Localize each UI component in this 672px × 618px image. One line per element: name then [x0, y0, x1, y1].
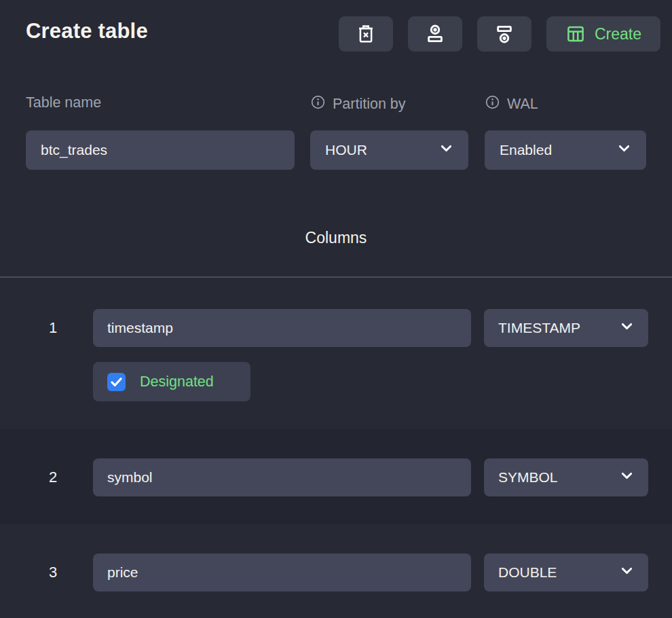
add-column-top-button[interactable]	[408, 16, 462, 52]
add-row-bottom-icon	[494, 24, 515, 44]
designated-toggle[interactable]: Designated	[93, 362, 250, 401]
row-index: 2	[38, 458, 68, 496]
partition-by-value: HOUR	[325, 142, 367, 158]
wal-label: WAL	[485, 94, 538, 114]
toolbar: Create	[339, 16, 660, 52]
column-type-select[interactable]: TIMESTAMP	[484, 309, 648, 347]
delete-table-button[interactable]	[339, 16, 393, 52]
chevron-down-icon	[620, 564, 634, 581]
create-button-label: Create	[595, 25, 641, 43]
table-icon	[565, 24, 586, 44]
add-row-top-icon	[425, 24, 445, 44]
column-type-value: DOUBLE	[498, 564, 557, 581]
info-icon[interactable]	[310, 94, 326, 114]
column-row-3: 3 DOUBLE	[0, 524, 672, 618]
column-type-select[interactable]: SYMBOL	[484, 458, 648, 496]
table-name-label: Table name	[26, 94, 101, 111]
chevron-down-icon	[439, 141, 453, 159]
row-index: 1	[38, 309, 68, 347]
wal-select[interactable]: Enabled	[485, 130, 646, 170]
page-title: Create table	[26, 19, 148, 43]
chevron-down-icon	[620, 469, 634, 486]
column-row-1: 1 TIMESTAMP Designated	[0, 278, 672, 429]
partition-by-label: Partition by	[310, 94, 406, 114]
column-type-value: TIMESTAMP	[498, 320, 580, 336]
columns-section-heading: Columns	[0, 229, 672, 247]
wal-value: Enabled	[500, 142, 552, 158]
row-index: 3	[38, 553, 68, 592]
column-row-2: 2 SYMBOL	[0, 429, 672, 524]
table-name-input[interactable]	[26, 130, 295, 170]
chevron-down-icon	[617, 141, 631, 159]
column-name-input[interactable]	[93, 553, 471, 592]
partition-by-select[interactable]: HOUR	[310, 130, 468, 170]
chevron-down-icon	[620, 319, 634, 337]
column-name-input[interactable]	[93, 458, 471, 496]
designated-checkbox[interactable]	[107, 373, 126, 391]
column-type-value: SYMBOL	[498, 469, 558, 486]
add-column-bottom-button[interactable]	[477, 16, 531, 52]
trash-x-icon	[356, 24, 376, 44]
info-icon[interactable]	[485, 94, 500, 114]
column-type-select[interactable]: DOUBLE	[484, 553, 648, 592]
designated-label: Designated	[140, 374, 214, 390]
column-name-input[interactable]	[93, 309, 471, 347]
create-table-button[interactable]: Create	[546, 16, 660, 52]
